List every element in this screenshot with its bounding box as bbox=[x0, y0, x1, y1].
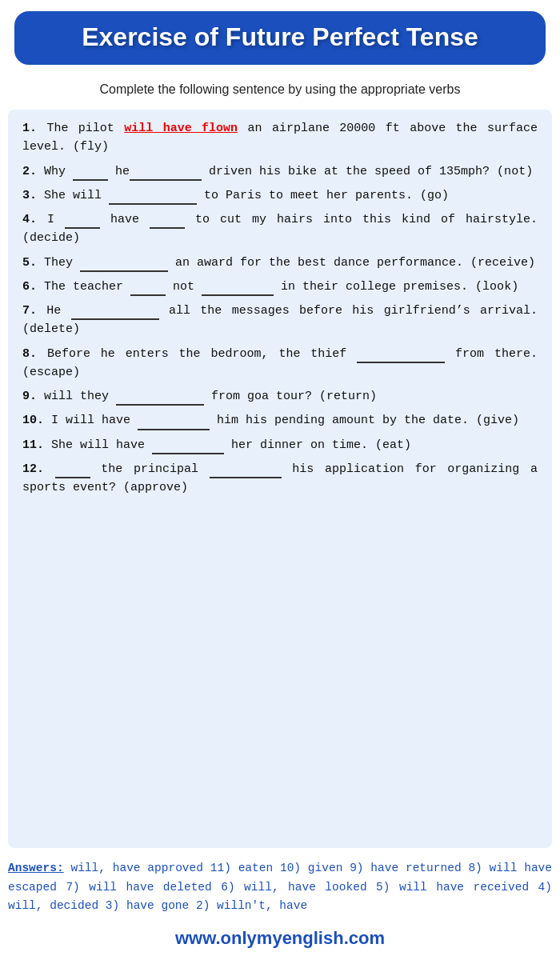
q9-text: will they from goa tour? (return) bbox=[44, 390, 377, 403]
question-8: 8. Before he enters the bedroom, the thi… bbox=[22, 345, 538, 382]
q-num-2: 2. bbox=[22, 165, 37, 178]
blank-8 bbox=[357, 349, 445, 363]
q-num-8: 8. bbox=[22, 347, 37, 361]
question-5: 5. They an award for the best dance perf… bbox=[22, 254, 538, 272]
q1-text-before: The pilot bbox=[46, 122, 124, 135]
q-num-9: 9. bbox=[22, 390, 37, 403]
q-num-12: 12. bbox=[22, 462, 44, 476]
q4-text: I have to cut my hairs into this kind of… bbox=[22, 213, 538, 245]
question-9: 9. will they from goa tour? (return) bbox=[22, 387, 538, 406]
q-num-11: 11. bbox=[22, 438, 44, 452]
question-2: 2. Why he driven his bike at the speed o… bbox=[22, 162, 538, 181]
answers-text: will, have approved 11) eaten 10) given … bbox=[8, 862, 552, 911]
question-1: 1. The pilot will have flown an airplane… bbox=[22, 119, 538, 157]
blank-4b bbox=[150, 214, 185, 229]
blank-6b bbox=[202, 282, 274, 296]
blank-4a bbox=[65, 214, 100, 229]
blank-12b bbox=[210, 464, 282, 478]
q-num-7: 7. bbox=[22, 304, 37, 318]
subtitle: Complete the following sentence by using… bbox=[32, 81, 528, 98]
blank-6a bbox=[130, 282, 166, 296]
q-num-3: 3. bbox=[22, 189, 37, 202]
q3-text: She will to Paris to meet her parents. (… bbox=[44, 189, 449, 202]
question-11: 11. She will have her dinner on time. (e… bbox=[22, 436, 538, 454]
blank-12a bbox=[55, 464, 90, 478]
q5-text: They an award for the best dance perform… bbox=[44, 256, 535, 270]
blank-2b bbox=[130, 166, 202, 181]
blank-10 bbox=[138, 416, 210, 430]
question-12: 12. the principal his application for or… bbox=[22, 460, 538, 498]
q12-text: the principal his application for organi… bbox=[22, 462, 538, 494]
blank-2a bbox=[73, 166, 108, 181]
question-6: 6. The teacher not in their college prem… bbox=[22, 278, 538, 296]
q-num-6: 6. bbox=[22, 280, 37, 294]
q-num-10: 10. bbox=[22, 414, 44, 427]
questions-area: 1. The pilot will have flown an airplane… bbox=[8, 110, 552, 848]
q8-text: Before he enters the bedroom, the thief … bbox=[22, 347, 538, 379]
blank-7 bbox=[71, 306, 159, 320]
question-10: 10. I will have him his pending amount b… bbox=[22, 411, 538, 430]
question-3: 3. She will to Paris to meet her parents… bbox=[22, 186, 538, 205]
answers-section: Answers: will, have approved 11) eaten 1… bbox=[8, 859, 552, 915]
footer: www.onlymyenglish.com bbox=[0, 920, 560, 960]
question-7: 7. He all the messages before his girlfr… bbox=[22, 302, 538, 339]
page-header: Exercise of Future Perfect Tense bbox=[14, 11, 546, 65]
blank-5 bbox=[80, 258, 168, 272]
q10-text: I will have him his pending amount by th… bbox=[51, 414, 519, 427]
page-title: Exercise of Future Perfect Tense bbox=[30, 22, 530, 52]
q1-example-answer: will have flown bbox=[124, 122, 238, 135]
blank-11 bbox=[152, 440, 224, 454]
q11-text: She will have her dinner on time. (eat) bbox=[51, 438, 411, 452]
q-num-1: 1. bbox=[22, 122, 37, 135]
q-num-4: 4. bbox=[22, 213, 37, 226]
question-4: 4. I have to cut my hairs into this kind… bbox=[22, 210, 538, 248]
q2-text: Why he driven his bike at the speed of 1… bbox=[44, 165, 533, 178]
q7-text: He all the messages before his girlfrien… bbox=[22, 304, 538, 336]
blank-3 bbox=[109, 190, 197, 205]
q6-text: The teacher not in their college premise… bbox=[44, 280, 518, 294]
footer-url: www.onlymyenglish.com bbox=[175, 928, 385, 948]
blank-9 bbox=[116, 391, 204, 406]
answers-label: Answers: bbox=[8, 862, 64, 874]
q-num-5: 5. bbox=[22, 256, 37, 270]
